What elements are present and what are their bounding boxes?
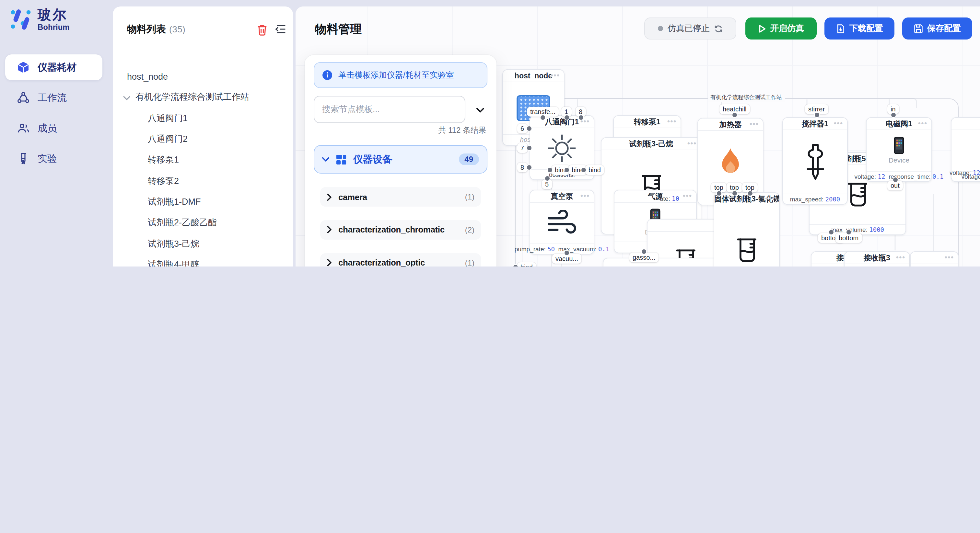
delete-icon[interactable]: [257, 24, 268, 38]
materials-tree: host_node有机化学流程综合测试工作站八通阀门1八通阀门2转移泵1转移泵2…: [113, 66, 289, 266]
template-group-camera[interactable]: camera (1): [320, 187, 481, 206]
node-menu-icon[interactable]: •••: [667, 116, 677, 127]
node-menu-icon[interactable]: •••: [581, 190, 590, 201]
template-group-characterization_chromatic[interactable]: characterization_chromatic (2): [320, 220, 481, 240]
sim-status-label: 仿真已停止: [668, 23, 710, 34]
materials-count: (35): [169, 24, 185, 34]
brand-logo[interactable]: 玻尔 Bohrium: [9, 8, 70, 31]
category-count-badge: 49: [458, 154, 479, 165]
tree-item[interactable]: 转移泵1: [113, 150, 289, 171]
category-label: 仪器设备: [353, 153, 452, 165]
port-dot[interactable]: [547, 167, 553, 173]
canvas-node-固体试剂瓶3-氯化镁[interactable]: 固体试剂瓶3-氯化镁••• agent: magnesium_chloridee…: [714, 192, 780, 266]
chevron-down-icon[interactable]: [473, 103, 487, 117]
port-dot[interactable]: [581, 167, 587, 173]
port-dot[interactable]: [540, 115, 546, 121]
port-dot[interactable]: [564, 167, 570, 173]
port-chip-bind[interactable]: bind: [517, 262, 536, 266]
start-simulation-button[interactable]: 开启仿真: [745, 17, 817, 40]
sidebar-item-label: 成员: [38, 122, 57, 134]
tree-item[interactable]: 转移泵2: [113, 171, 289, 192]
brand-title: 玻尔: [38, 8, 70, 21]
port-dot[interactable]: [814, 112, 819, 118]
sidebar-item-0[interactable]: 仪器耗材: [5, 54, 102, 80]
chevron-down-icon: [322, 157, 329, 162]
port-dot[interactable]: [846, 229, 852, 235]
node-title: 接收瓶3: [864, 254, 890, 262]
node-menu-icon[interactable]: •••: [834, 118, 843, 129]
brand-subtitle: Bohrium: [38, 23, 70, 31]
node-menu-icon[interactable]: •••: [896, 252, 905, 263]
tree-item[interactable]: 试剂瓶2-乙酸乙酯: [113, 213, 289, 233]
port-dot[interactable]: [890, 112, 896, 118]
device-icon: [894, 136, 904, 154]
node-menu-icon[interactable]: •••: [945, 252, 954, 263]
node-title: 电磁阀1: [886, 120, 912, 128]
canvas-node-接收瓶3[interactable]: 接收瓶3••• max_volume: 250: [844, 251, 910, 266]
download-config-label: 下载配置: [850, 23, 883, 34]
app-root: 玻尔 Bohrium 仪器耗材工作流成员实验 实验室 物料列表(35): [0, 0, 980, 266]
template-group-count: (2): [465, 225, 474, 235]
node-menu-icon[interactable]: •••: [683, 190, 692, 201]
port-dot[interactable]: [544, 176, 550, 181]
sidebar-item-1[interactable]: 工作流: [5, 85, 102, 111]
template-group-label: camera: [338, 192, 465, 202]
tree-item[interactable]: 试剂瓶4-甲醇: [113, 254, 289, 266]
port-dot[interactable]: [563, 115, 570, 121]
tree-item[interactable]: 试剂瓶1-DMF: [113, 192, 289, 213]
canvas-node[interactable]: : 200 min_temp: -20 has_heat: [603, 258, 719, 266]
port-dot[interactable]: [641, 249, 647, 254]
template-group-characterization_optic[interactable]: characterization_optic (1): [320, 253, 481, 266]
refresh-icon[interactable]: [714, 24, 723, 33]
port-dot[interactable]: [892, 177, 898, 182]
info-icon: [322, 70, 332, 80]
port-chip-8[interactable]: 8: [517, 163, 527, 172]
port-dot[interactable]: [747, 190, 753, 196]
port-dot[interactable]: [732, 190, 737, 196]
node-menu-icon[interactable]: •••: [749, 119, 759, 130]
tree-item[interactable]: 试剂瓶3-己烷: [113, 233, 289, 254]
bohrium-logo-icon: [9, 8, 32, 31]
workstation-group-label: 有机化学流程综合测试工作站: [708, 94, 784, 102]
port-chip-bind[interactable]: bind: [585, 165, 604, 175]
chevron-down-icon[interactable]: [123, 93, 130, 102]
sidebar-item-label: 实验: [38, 152, 57, 165]
sidebar-item-2[interactable]: 成员: [5, 115, 102, 141]
main-panel: 物料管理 仿真已停止 开启仿真 下载配置 保存配置 有机化学流程综合测试工作站 …: [296, 6, 980, 266]
tree-root[interactable]: host_node: [113, 66, 289, 87]
tree-item[interactable]: 八通阀门2: [113, 129, 289, 150]
port-dot[interactable]: [828, 229, 834, 235]
node-menu-icon[interactable]: •••: [687, 138, 697, 149]
canvas-node[interactable]: •••: [910, 251, 959, 266]
page-title: 物料管理: [315, 21, 362, 37]
tree-group[interactable]: 有机化学流程综合测试工作站: [113, 87, 289, 108]
collapse-panel-icon[interactable]: [275, 24, 286, 37]
port-chip-7[interactable]: 7: [517, 143, 527, 153]
save-config-button[interactable]: 保存配置: [902, 17, 972, 40]
flame-icon: [717, 147, 744, 178]
device-label: Device: [889, 156, 909, 164]
node-menu-icon[interactable]: •••: [918, 118, 928, 129]
template-group-label: characterization_chromatic: [338, 225, 465, 235]
port-dot[interactable]: [732, 112, 738, 118]
port-dot[interactable]: [526, 165, 532, 170]
search-input[interactable]: 搜索节点模板...: [314, 96, 465, 123]
tree-item[interactable]: 八通阀门1: [113, 108, 289, 129]
node-menu-icon[interactable]: •••: [766, 193, 775, 204]
port-dot[interactable]: [526, 125, 532, 132]
port-dot[interactable]: [578, 115, 584, 121]
canvas-node-搅拌器1[interactable]: 搅拌器1••• max_speed: 2000: [782, 117, 848, 205]
category-instruments[interactable]: 仪器设备 49: [314, 145, 487, 174]
sidebar-item-3[interactable]: 实验: [5, 146, 102, 171]
port-dot[interactable]: [716, 190, 722, 196]
port-chip-6[interactable]: 6: [517, 124, 527, 133]
canvas-node-真空泵[interactable]: 真空泵••• pump_rate: 50 max_vacuum: 0.1: [530, 190, 594, 254]
beaker-icon: [732, 235, 762, 265]
vacuum-icon: [546, 210, 578, 236]
sim-status-pill[interactable]: 仿真已停止: [644, 17, 736, 40]
node-menu-icon[interactable]: •••: [550, 70, 560, 81]
port-dot[interactable]: [564, 250, 570, 256]
port-dot[interactable]: [526, 145, 532, 151]
download-config-button[interactable]: 下载配置: [824, 17, 894, 40]
canvas-node-电磁阀1[interactable]: 电磁阀1••• Device voltage: 12 response_time…: [866, 117, 932, 182]
